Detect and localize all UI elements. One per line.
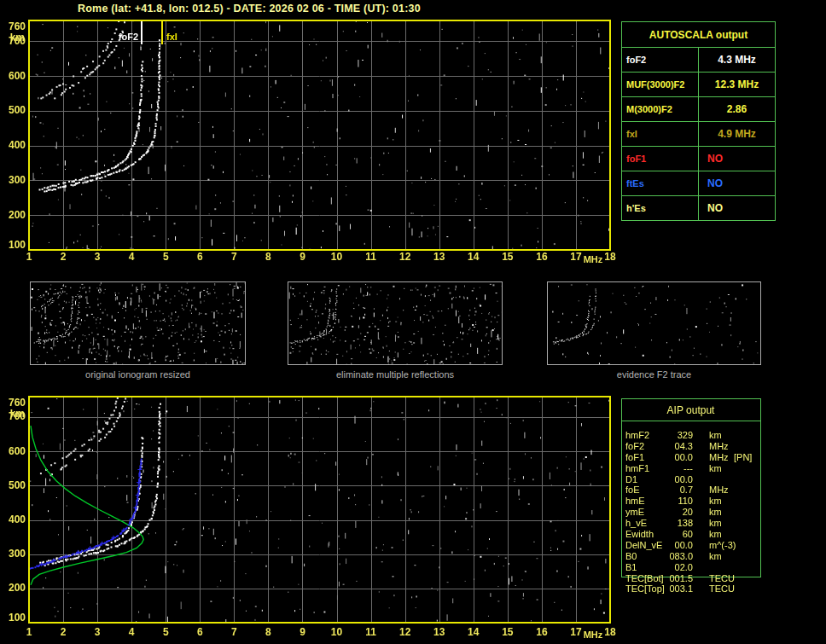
aip-table-title: AIP output (621, 404, 760, 416)
aip-param-value: 083.0 (655, 551, 693, 562)
aip-header-divider (621, 421, 760, 421)
autoscala-param-label: h'Es (622, 196, 699, 221)
thumbnail-caption-f2-trace: evidence F2 trace (547, 369, 761, 380)
aip-param-unit: km (709, 463, 722, 474)
aip-param-value: --- (655, 463, 693, 474)
thumbnail-caption-reflections: eliminate multiple reflections (288, 369, 503, 380)
autoscala-param-label: M(3000)F2 (622, 97, 699, 122)
autoscala-table-title: AUTOSCALA output (622, 22, 776, 48)
autoscala-row-foF1: foF1 NO (622, 147, 776, 171)
aip-param-value: 00.0 (655, 540, 693, 551)
aip-param-label: foE (625, 484, 640, 496)
autoscala-param-label: fxI (622, 122, 699, 147)
aip-row-hvE: h_vE138km (621, 518, 766, 529)
autoscala-param-value: 2.86 (699, 97, 776, 122)
autoscala-param-value: NO (699, 147, 776, 171)
aip-row-foF2: foF204.3MHz (621, 441, 766, 452)
page-title: Rome (lat: +41.8, lon: 012.5) - DATE: 20… (78, 3, 421, 15)
autoscala-screen: { "title": "Rome (lat: +41.8, lon: 012.5… (0, 0, 826, 644)
aip-row-D1: D100.0 (621, 474, 766, 485)
aip-param-label: h_vE (625, 518, 647, 529)
aip-param-unit: m^(-3) (709, 540, 736, 551)
autoscala-param-value: 4.9 MHz (699, 122, 776, 147)
aip-param-value: 138 (655, 518, 693, 529)
aip-row-foE: foE0.7MHz (621, 484, 766, 496)
autoscala-param-value: NO (699, 171, 776, 196)
aip-param-unit: TECU (709, 573, 735, 584)
aip-param-label: foF2 (625, 441, 644, 452)
aip-row-hmF1: hmF1---km (621, 463, 766, 474)
autoscala-param-label: MUF(3000)F2 (622, 73, 699, 97)
thumbnail-multiple-reflections-removed (288, 281, 503, 365)
aip-param-unit: TECU (709, 583, 735, 595)
aip-param-unit: MHz (709, 441, 729, 452)
autoscala-row-hEs: h'Es NO (622, 196, 776, 221)
aip-row-DelNvE: DelN_vE00.0m^(-3) (621, 540, 766, 551)
aip-param-label: ymE (625, 507, 644, 518)
autoscala-param-label: ftEs (622, 171, 699, 196)
aip-param-label: hmF1 (625, 463, 649, 474)
autoscala-param-value: 4.3 MHz (699, 48, 776, 73)
aip-row-B1: B102.0 (621, 562, 766, 573)
aip-param-label: B0 (625, 551, 637, 562)
aip-param-unit: km (709, 496, 722, 507)
autoscala-row-fxI: fxI 4.9 MHz (622, 122, 776, 147)
aip-param-value: 00.0 (655, 452, 693, 463)
aip-param-value: 110 (655, 496, 693, 507)
aip-row-ymE: ymE20km (621, 507, 766, 518)
aip-row-Ewidth: Ewidth60km (621, 529, 766, 540)
aip-param-unit: km (709, 529, 722, 540)
autoscala-output-table: AUTOSCALA output foF2 4.3 MHz MUF(3000)F… (621, 21, 776, 221)
profile-ionogram-plot (0, 388, 623, 644)
aip-param-unit: km (709, 507, 722, 518)
thumbnail-original-ionogram (30, 281, 246, 365)
autoscala-param-value: 12.3 MHz (699, 73, 776, 97)
aip-param-value: 001.5 (655, 573, 693, 584)
main-ionogram-plot (0, 15, 623, 268)
aip-row-hmF2: hmF2329km (621, 430, 766, 441)
thumbnail-caption-original: original ionogram resized (30, 369, 246, 380)
autoscala-row-ftEs: ftEs NO (622, 171, 776, 196)
aip-param-value: 02.0 (655, 562, 693, 573)
aip-rows: hmF2329km foF204.3MHz foF100.0MHz[PN] hm… (621, 430, 766, 595)
aip-row-TECTop: TEC[Top]003.1TECU (621, 583, 766, 595)
aip-param-unit: MHz (709, 484, 729, 496)
aip-param-value: 20 (655, 507, 693, 518)
aip-param-label: D1 (625, 474, 637, 485)
aip-param-label: B1 (625, 562, 637, 573)
aip-param-label: Ewidth (625, 529, 654, 540)
aip-param-value: 60 (655, 529, 693, 540)
autoscala-row-MUF3000F2: MUF(3000)F2 12.3 MHz (622, 73, 776, 97)
aip-param-label: foF1 (625, 452, 644, 463)
aip-param-unit: MHz (709, 452, 729, 463)
aip-row-TECBot: TEC[Bot]001.5TECU (621, 573, 766, 584)
aip-param-unit: km (709, 551, 722, 562)
aip-param-unit: km (709, 430, 722, 441)
aip-param-unit: km (709, 518, 722, 529)
aip-param-value: 04.3 (655, 441, 693, 452)
aip-param-value: 0.7 (655, 484, 693, 496)
aip-param-extra: [PN] (734, 452, 752, 463)
autoscala-param-label: foF1 (622, 147, 699, 171)
autoscala-header-row: AUTOSCALA output (622, 22, 776, 48)
aip-param-value: 00.0 (655, 474, 693, 485)
autoscala-row-M3000F2: M(3000)F2 2.86 (622, 97, 776, 122)
autoscala-param-value: NO (699, 196, 776, 221)
aip-param-label: hmE (625, 496, 645, 507)
autoscala-row-foF2: foF2 4.3 MHz (622, 48, 776, 73)
aip-row-hmE: hmE110km (621, 496, 766, 507)
autoscala-param-label: foF2 (622, 48, 699, 73)
aip-row-B0: B0083.0km (621, 551, 766, 562)
aip-row-foF1: foF100.0MHz[PN] (621, 452, 766, 463)
aip-param-value: 003.1 (655, 583, 693, 595)
thumbnail-f2-trace-evidence (547, 281, 761, 365)
aip-param-label: hmF2 (625, 430, 649, 441)
aip-param-value: 329 (655, 430, 693, 441)
